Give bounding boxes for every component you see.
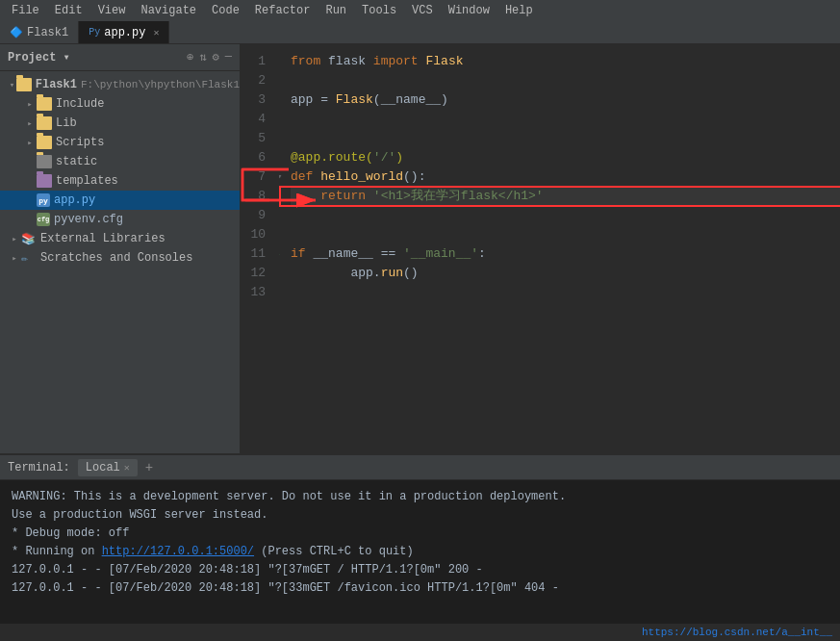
tree-item-pyvenv[interactable]: cfg pyvenv.cfg: [0, 210, 240, 229]
terminal-tab-local-label: Local: [86, 461, 120, 474]
top-tab-flask1[interactable]: 🔷 Flask1: [0, 21, 79, 43]
terminal-line-5: 127.0.0.1 - - [07/Feb/2020 20:48:18] "?[…: [12, 561, 828, 578]
tree-item-scripts[interactable]: Scripts: [0, 133, 240, 152]
terminal-tab-local[interactable]: Local ✕: [78, 459, 138, 476]
tree-extlib-icon: 📚: [21, 232, 37, 245]
apppy-tab-close[interactable]: ✕: [153, 27, 159, 38]
tree-arrow-flask1: [8, 80, 16, 90]
tree-arrow-scripts: [23, 138, 37, 148]
tree-path-flask1: F:\python\yhpython\Flask1: [81, 79, 240, 90]
terminal-line-3: * Debug mode: off: [12, 525, 828, 542]
terminal-tab-close[interactable]: ✕: [124, 462, 130, 474]
terminal-link-url[interactable]: http://127.0.0.1:5000/: [102, 545, 254, 558]
tree-label-flask1: Flask1: [36, 78, 77, 91]
code-line-2: [291, 71, 840, 90]
sidebar-collapse-icon[interactable]: ⇅: [199, 50, 206, 64]
tree-label-extlib: External Libraries: [40, 232, 165, 245]
sidebar-expand-icon[interactable]: ⊕: [187, 50, 193, 64]
tree-arrow-extlib: [8, 234, 21, 244]
menubar: File Edit View Navigate Code Refactor Ru…: [0, 0, 840, 21]
code-line-4: [291, 110, 840, 129]
tree-folder-include-icon: [37, 97, 52, 111]
main-area: Project ▾ ⊕ ⇅ ⚙ — Flask1 F:\python\yhpyt…: [0, 44, 840, 453]
terminal-add-button[interactable]: +: [141, 460, 157, 475]
tree-item-apppy[interactable]: py app.py: [0, 191, 240, 210]
line-numbers: 1 2 3 4 5 6 7 8 9 10 11 12 13: [241, 44, 279, 453]
code-line-8: return '<h1>我在学习flask</h1>': [291, 187, 840, 206]
file-tree: Flask1 F:\python\yhpython\Flask1 Include…: [0, 71, 240, 271]
sidebar-icons: ⊕ ⇅ ⚙ —: [187, 50, 232, 64]
tree-label-scratches: Scratches and Consoles: [40, 251, 192, 265]
tree-label-include: Include: [56, 97, 104, 111]
menu-window[interactable]: Window: [441, 0, 497, 21]
tree-folder-scripts-icon: [37, 136, 52, 149]
tree-file-apppy-icon: py: [37, 193, 50, 207]
tree-scratches-icon: ✏️: [21, 251, 37, 265]
tree-item-scratches[interactable]: ✏️ Scratches and Consoles: [0, 248, 240, 268]
apppy-tab-label: app.py: [104, 26, 145, 39]
editor-area: 1 2 3 4 5 6 7 8 9 10 11 12 13 from flask…: [241, 44, 840, 453]
tree-arrow-lib: [23, 118, 37, 129]
menu-edit[interactable]: Edit: [47, 0, 90, 21]
terminal-line-1: WARNING: This is a development server. D…: [12, 488, 828, 505]
tree-folder-templates-icon: [37, 174, 52, 188]
code-line-1: from flask import Flask: [291, 52, 840, 71]
code-line-7: ▾ def hello_world():: [291, 167, 840, 187]
tree-folder-lib-icon: [37, 116, 52, 130]
top-file-tabs: 🔷 Flask1 Py app.py ✕: [0, 21, 840, 44]
code-line-10: [291, 225, 840, 244]
tree-folder-flask1-icon: [16, 78, 32, 91]
code-line-3: app = Flask(__name__): [291, 90, 840, 110]
tree-label-static: static: [56, 155, 97, 168]
tree-arrow-scratches: [8, 253, 21, 264]
tree-arrow-include: [23, 99, 37, 110]
menu-run[interactable]: Run: [318, 0, 354, 21]
menu-refactor[interactable]: Refactor: [247, 0, 318, 21]
tree-item-templates[interactable]: templates: [0, 171, 240, 191]
top-tab-apppy[interactable]: Py app.py ✕: [79, 21, 169, 43]
sidebar-settings-icon[interactable]: ⚙: [213, 50, 219, 64]
code-line-6: @app.route('/'): [291, 148, 840, 167]
code-line-12: app.run(): [291, 264, 840, 283]
menu-help[interactable]: Help: [497, 0, 541, 21]
tree-label-pyvenv: pyvenv.cfg: [54, 213, 123, 226]
tree-label-apppy: app.py: [54, 193, 95, 207]
tree-label-templates: templates: [56, 174, 118, 188]
menu-vcs[interactable]: VCS: [404, 0, 441, 21]
menu-navigate[interactable]: Navigate: [133, 0, 204, 21]
sidebar: Project ▾ ⊕ ⇅ ⚙ — Flask1 F:\python\yhpyt…: [0, 44, 241, 453]
code-line-11: ▶ if __name__ == '__main__':: [291, 244, 840, 264]
tree-folder-static-icon: [37, 155, 52, 168]
menu-file[interactable]: File: [4, 0, 47, 21]
menu-code[interactable]: Code: [204, 0, 247, 21]
flask1-label: Flask1: [27, 26, 68, 39]
terminal-url-text: https://blog.csdn.net/a__int__: [642, 627, 832, 638]
tree-item-include[interactable]: Include: [0, 94, 240, 114]
code-line-5: [291, 129, 840, 148]
flask1-icon: 🔷: [10, 26, 23, 38]
code-content[interactable]: from flask import Flask app = Flask(__na…: [279, 44, 840, 453]
terminal-url-bar: https://blog.csdn.net/a__int__: [0, 624, 840, 641]
tree-file-pyvenv-icon: cfg: [37, 213, 50, 226]
tree-item-lib[interactable]: Lib: [0, 114, 240, 133]
tree-item-flask1[interactable]: Flask1 F:\python\yhpython\Flask1: [0, 75, 240, 94]
menu-view[interactable]: View: [90, 0, 134, 21]
code-line-9: [291, 206, 840, 225]
sidebar-header: Project ▾ ⊕ ⇅ ⚙ —: [0, 44, 240, 71]
tree-item-extlib[interactable]: 📚 External Libraries: [0, 229, 240, 248]
terminal-label: Terminal:: [8, 461, 70, 474]
tree-item-static[interactable]: static: [0, 152, 240, 171]
apppy-tab-icon: Py: [89, 27, 100, 38]
code-editor[interactable]: 1 2 3 4 5 6 7 8 9 10 11 12 13 from flask…: [241, 44, 840, 453]
terminal-line-2: Use a production WSGI server instead.: [12, 506, 828, 524]
terminal-container: Terminal: Local ✕ + WARNING: This is a d…: [0, 453, 840, 641]
tree-label-scripts: Scripts: [56, 136, 104, 149]
sidebar-close-icon[interactable]: —: [225, 50, 232, 64]
terminal-tabs: Terminal: Local ✕ +: [0, 455, 840, 480]
terminal-output: WARNING: This is a development server. D…: [0, 480, 840, 624]
tree-label-lib: Lib: [56, 116, 77, 130]
code-line-13: [291, 283, 840, 302]
terminal-line-6: 127.0.0.1 - - [07/Feb/2020 20:48:18] "?[…: [12, 579, 828, 597]
sidebar-title: Project ▾: [8, 50, 181, 64]
menu-tools[interactable]: Tools: [354, 0, 404, 21]
